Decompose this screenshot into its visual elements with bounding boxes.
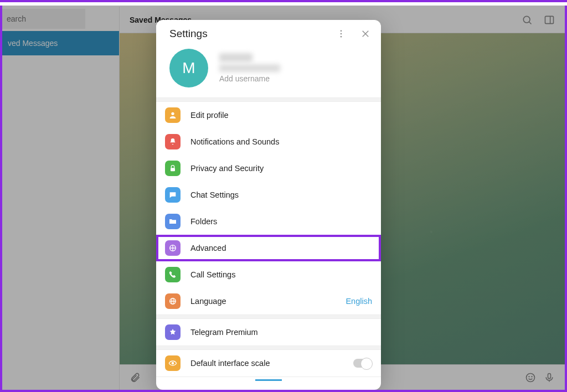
bell-icon [165, 134, 181, 149]
person-icon [165, 107, 181, 123]
settings-item-advanced[interactable]: Advanced [156, 235, 381, 261]
settings-item-chat[interactable]: Chat Settings [156, 182, 381, 208]
settings-item-calls[interactable]: Call Settings [156, 261, 381, 288]
setting-label: Notifications and Sounds [190, 137, 372, 146]
settings-item-premium[interactable]: Telegram Premium [156, 319, 381, 345]
profile-name [219, 53, 252, 62]
svg-point-8 [341, 30, 342, 32]
svg-point-19 [172, 362, 173, 364]
modal-header-actions [336, 28, 371, 39]
profile-section: M Add username [156, 45, 381, 97]
chat-icon [165, 187, 181, 203]
profile-phone [219, 64, 280, 72]
setting-label: Default interface scale [190, 359, 343, 368]
folder-icon [165, 214, 181, 229]
setting-label: Telegram Premium [190, 328, 372, 337]
svg-point-9 [341, 33, 342, 35]
globe-icon [165, 293, 181, 309]
phone-icon [165, 267, 181, 282]
setting-label: Folders [190, 217, 372, 226]
settings-list: Edit profile Notifications and Sounds Pr… [156, 102, 381, 314]
setting-label: Call Settings [190, 270, 372, 279]
lock-icon [165, 161, 181, 176]
settings-item-language[interactable]: Language English [156, 288, 381, 314]
svg-point-13 [171, 112, 174, 115]
add-username-link[interactable]: Add username [219, 74, 280, 83]
profile-info: Add username [219, 53, 280, 83]
language-value: English [346, 297, 372, 306]
settings-modal: Settings M Add username Edit profile [156, 20, 381, 390]
settings-item-privacy[interactable]: Privacy and Security [156, 155, 381, 182]
setting-label: Chat Settings [190, 190, 372, 199]
setting-label: Privacy and Security [190, 164, 372, 173]
settings-item-scale[interactable]: Default interface scale [156, 350, 381, 376]
settings-item-folders[interactable]: Folders [156, 208, 381, 235]
setting-label: Edit profile [190, 111, 372, 120]
more-icon[interactable] [336, 28, 347, 39]
modal-title: Settings [169, 28, 208, 40]
close-icon[interactable] [360, 28, 371, 39]
thin-divider [156, 376, 381, 377]
setting-label: Language [190, 297, 336, 306]
modal-header: Settings [156, 20, 381, 45]
avatar[interactable]: M [169, 49, 208, 87]
section-divider [156, 314, 381, 319]
advanced-icon [165, 240, 181, 256]
setting-label: Advanced [190, 244, 372, 252]
svg-point-10 [341, 36, 342, 38]
settings-item-edit-profile[interactable]: Edit profile [156, 102, 381, 128]
settings-item-notifications[interactable]: Notifications and Sounds [156, 128, 381, 155]
svg-rect-14 [171, 168, 175, 171]
section-divider [156, 97, 381, 102]
star-icon [165, 324, 181, 340]
eye-icon [165, 355, 181, 371]
scale-toggle[interactable] [353, 359, 372, 368]
section-divider [156, 345, 381, 350]
scale-indicator [255, 379, 282, 381]
